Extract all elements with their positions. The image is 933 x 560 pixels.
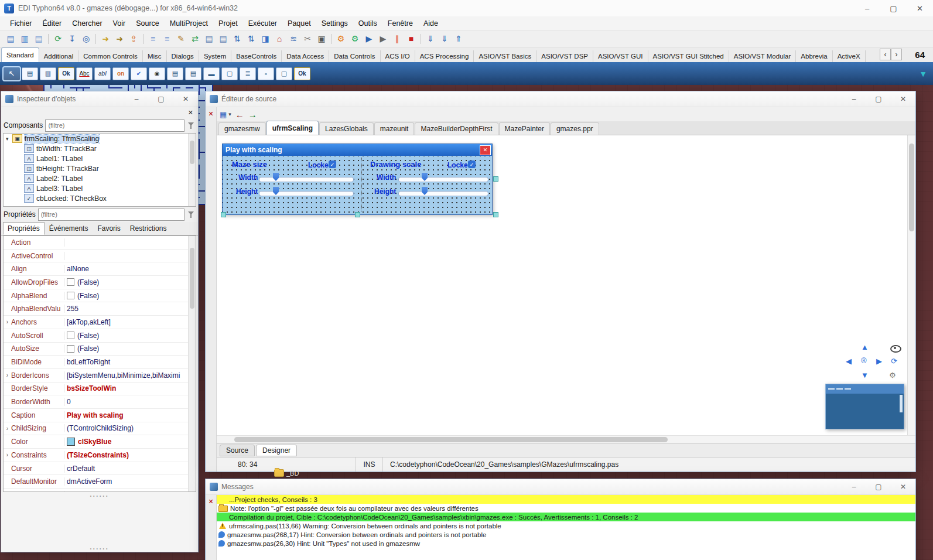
component-palette-icon[interactable]: ↖ (4, 67, 20, 80)
splitter-handle[interactable] (1, 545, 198, 552)
property-expand-arrow[interactable] (4, 319, 11, 325)
maximize-button[interactable]: ▢ (866, 479, 891, 494)
property-expand-arrow[interactable] (4, 425, 11, 432)
palette-tab[interactable]: Misc (143, 50, 167, 62)
maximize-button[interactable]: ▢ (880, 0, 907, 16)
property-row[interactable]: AutoScroll (False) (4, 329, 196, 343)
toolbar-icon[interactable]: ▶ (376, 32, 390, 46)
nav-center-icon[interactable]: ® (861, 356, 867, 365)
chevron-down-icon[interactable]: ▾ (228, 111, 231, 117)
navigate-back-icon[interactable]: ← (235, 110, 244, 119)
ide-titlebar[interactable]: T EDI Typhon64 v8.0 - gmazes (débogage..… (0, 0, 933, 16)
filter-icon[interactable] (187, 121, 196, 130)
toolbar-icon[interactable] (48, 34, 49, 44)
component-palette-icon[interactable]: abI (94, 67, 111, 80)
toolbar-icon[interactable]: ◨ (258, 32, 272, 46)
toolbar-icon[interactable]: ◎ (79, 32, 93, 46)
property-row[interactable]: BorderStyle bsSizeToolWin (4, 383, 196, 396)
menu-item[interactable]: Fichier (5, 19, 37, 28)
toolbar-icon[interactable]: ▤ (4, 32, 18, 46)
property-value[interactable]: (False) (64, 332, 196, 340)
menu-item[interactable]: Éditer (37, 19, 67, 28)
menu-item[interactable]: Aide (418, 19, 443, 28)
navigate-forward-icon[interactable]: → (248, 110, 257, 119)
property-value[interactable]: (False) (64, 278, 196, 286)
toolbar-icon[interactable]: ✎ (174, 32, 188, 46)
component-palette-icon[interactable]: Abc (76, 67, 93, 80)
property-row[interactable]: Action (4, 236, 196, 250)
menu-item[interactable]: Exécuter (243, 19, 282, 28)
selection-handle[interactable] (355, 212, 360, 217)
palette-tab[interactable]: Common Controls (78, 50, 143, 62)
designer-horizontal-scrollbar[interactable] (217, 435, 915, 443)
toolbar-icon[interactable]: ⚙ (334, 32, 348, 46)
palette-tab[interactable]: ActiveX (833, 50, 866, 62)
form-selector-icon[interactable]: ▦ (220, 110, 227, 119)
property-value[interactable]: 0 (64, 398, 196, 406)
toolbar-icon[interactable] (95, 34, 96, 44)
property-value[interactable]: dmActiveForm (64, 477, 196, 486)
properties-filter-input[interactable] (38, 209, 184, 221)
palette-tab[interactable]: System (199, 50, 231, 62)
minimize-button[interactable]: – (842, 479, 866, 494)
property-row[interactable]: Caption Play with scaling (4, 409, 196, 422)
nav-left-icon[interactable]: ◀ (846, 357, 852, 366)
menu-item[interactable]: Paquet (282, 19, 316, 28)
component-palette-icon[interactable]: ≣ (240, 67, 256, 80)
toolbar-icon[interactable]: ∥ (390, 32, 404, 46)
maximize-button[interactable]: ▢ (866, 91, 891, 107)
property-row[interactable]: Align alNone (4, 262, 196, 276)
toolbar-icon[interactable]: ✂ (300, 32, 315, 46)
toolbar-icon[interactable]: ⇑ (452, 32, 466, 46)
message-line[interactable]: Compilation du projet, Cible : C:\codety… (217, 513, 915, 521)
toolbar-icon[interactable]: ≡ (146, 32, 160, 46)
palette-tab[interactable]: ASIO/VST Modular (729, 50, 797, 62)
close-button[interactable]: ✕ (891, 479, 915, 494)
label-width-right[interactable]: Width (377, 173, 396, 182)
scrollbar-thumb[interactable] (234, 437, 668, 442)
property-row[interactable]: AlphaBlendValu 255 (4, 302, 196, 316)
toolbar-icon[interactable]: ↧ (65, 32, 79, 46)
form-designer-surface[interactable]: Play with scaling ✕ Maze size Locked Dra… (217, 135, 915, 435)
property-row[interactable]: Constraints (TSizeConstraints) (4, 449, 196, 462)
toolbar-icon[interactable]: ⚙ (348, 32, 362, 46)
property-grid-scrollbar[interactable] (188, 236, 196, 491)
label-height-right[interactable]: Height (374, 187, 396, 196)
component-palette-icon[interactable]: ▤ (185, 67, 201, 80)
toolbar-icon[interactable] (143, 34, 143, 44)
checkbox-icon[interactable] (67, 278, 74, 286)
palette-scroll-left-button[interactable]: ‹ (880, 49, 891, 60)
toolbar-icon[interactable]: ▤ (32, 32, 46, 46)
designed-form[interactable]: Play with scaling ✕ Maze size Locked Dra… (222, 144, 493, 215)
menu-item[interactable]: Fenêtre (382, 19, 418, 28)
minimize-button[interactable]: – (842, 91, 866, 107)
dock-close-icon[interactable]: ✕ (188, 109, 193, 117)
property-value[interactable]: crDefault (64, 465, 196, 473)
component-palette-icon[interactable]: ▢ (221, 67, 238, 80)
checkbox-locked-left[interactable] (329, 161, 336, 168)
tree-item[interactable]: ◫ tbHeight: TTrackBar (4, 163, 196, 173)
trackbar-scale-height[interactable] (398, 191, 488, 196)
component-palette-icon[interactable]: Ok (294, 67, 310, 80)
editor-tab[interactable]: LazesGlobals (319, 122, 374, 135)
property-value[interactable]: clSkyBlue (64, 438, 196, 446)
component-palette-icon[interactable]: ✔ (131, 67, 147, 80)
close-button[interactable]: ✕ (173, 91, 198, 107)
property-row[interactable]: Anchors [akTop,akLeft] (4, 316, 196, 329)
property-value[interactable]: [akTop,akLeft] (64, 318, 196, 326)
tools-icon[interactable]: ⚙ (889, 371, 896, 380)
inspector-tab[interactable]: Événements (45, 222, 93, 235)
toolbar-icon[interactable]: ▥ (18, 32, 32, 46)
property-value[interactable]: bdLeftToRight (64, 358, 196, 366)
tree-item[interactable]: ✓ cbLocked: TCheckBox (4, 193, 196, 203)
message-line[interactable]: gmazesmw.pas(268,17) Hint: Conversion be… (217, 530, 915, 539)
palette-tab[interactable]: ASIO/VST GUI Stitched (648, 50, 729, 62)
menu-item[interactable]: MultiProject (165, 19, 213, 28)
tree-item[interactable]: A Label2: TLabel (4, 173, 196, 183)
menu-item[interactable]: Outils (353, 19, 382, 28)
refresh-icon[interactable]: ⟳ (891, 357, 897, 366)
form-body[interactable]: Maze size Locked Drawing scale Locked Wi… (223, 156, 492, 214)
checkbox-icon[interactable] (67, 345, 74, 353)
palette-tab[interactable]: Abbrevia (796, 50, 832, 62)
eye-icon[interactable] (890, 345, 901, 353)
